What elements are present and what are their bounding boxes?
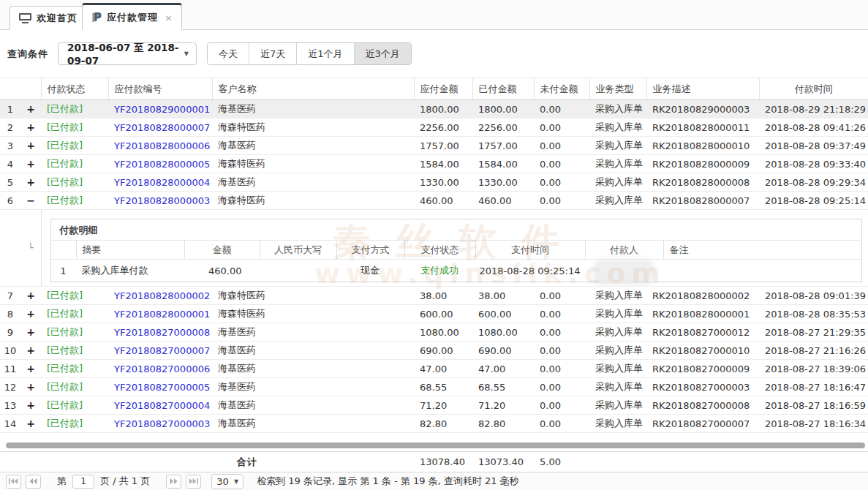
payable-number-link[interactable]: YF20180827000006 (108, 360, 212, 378)
date-range-value: 2018-06-07 至 2018-09-07 (67, 42, 184, 67)
expand-toggle[interactable]: + (20, 378, 41, 396)
table-row[interactable]: 2 + [已付款] YF20180828000007 海森特医药 2256.00… (0, 118, 868, 137)
table-row[interactable]: 8 + [已付款] YF20180828000001 海森特医药 600.00 … (0, 305, 868, 323)
payable-number-link[interactable]: YF20180828000002 (108, 287, 212, 305)
header-unpaid-amount[interactable]: 未付金额 (534, 78, 589, 100)
expand-toggle[interactable]: + (20, 287, 41, 305)
payment-status: [已付款] (41, 378, 108, 396)
first-page-button[interactable] (6, 475, 21, 489)
table-row[interactable]: 13 + [已付款] YF20180827000004 海基医药 71.20 7… (0, 396, 868, 415)
business-type: 采购入库单 (589, 305, 646, 323)
payment-detail-panel: 付款明细 摘要 金额 人民币大写 支付方式 支付状态 支付时间 付款人 备注 1 (50, 219, 863, 282)
unpaid-amount: 0.00 (534, 378, 589, 396)
business-type: 采购入库单 (589, 137, 646, 155)
header-customer-name[interactable]: 客户名称 (212, 78, 414, 100)
expand-toggle[interactable]: + (20, 323, 41, 342)
scrollbar-thumb[interactable] (6, 442, 865, 448)
expand-toggle[interactable]: + (20, 137, 41, 155)
expand-toggle[interactable]: − (20, 192, 41, 210)
table-row[interactable]: 10 + [已付款] YF20180827000007 海基医药 690.00 … (0, 342, 868, 360)
header-business-type[interactable]: 业务类型 (589, 78, 646, 100)
expand-toggle[interactable]: + (20, 173, 41, 192)
detail-status: 支付成功 (404, 264, 475, 277)
last-page-button[interactable] (186, 475, 201, 489)
payable-number-link[interactable]: YF20180829000001 (108, 100, 212, 118)
close-icon[interactable]: × (165, 13, 173, 23)
page-number-input[interactable] (72, 475, 94, 489)
expand-toggle[interactable]: + (20, 155, 41, 173)
payment-time: 2018-08-28 09:01:39 (759, 287, 868, 305)
table-row[interactable]: 9 + [已付款] YF20180827000008 海基医药 1080.00 … (0, 323, 868, 342)
quick-button-1month[interactable]: 近1个月 (296, 43, 353, 64)
header-paid-amount[interactable]: 已付金额 (472, 78, 534, 100)
table-row[interactable]: 1 + [已付款] YF20180829000001 海基医药 1800.00 … (0, 100, 868, 118)
payable-amount: 47.00 (414, 360, 472, 378)
table-row[interactable]: 14 + [已付款] YF20180827000003 海基医药 82.80 8… (0, 415, 868, 433)
table-row[interactable]: 12 + [已付款] YF20180827000005 海基医药 68.55 6… (0, 378, 868, 396)
payment-time: 2018-08-28 09:25:14 (759, 192, 868, 210)
business-desc: RK20180827000012 (646, 323, 759, 342)
payable-number-link[interactable]: YF20180827000003 (108, 415, 212, 433)
payable-number-link[interactable]: YF20180827000004 (108, 396, 212, 415)
customer-name: 海基医药 (212, 323, 414, 342)
payable-number-link[interactable]: YF20180827000005 (108, 378, 212, 396)
table-row[interactable]: 11 + [已付款] YF20180827000006 海基医药 47.00 4… (0, 360, 868, 378)
tab-payables-management[interactable]: PP 应付款管理 × (82, 3, 182, 30)
quick-button-today[interactable]: 今天 (208, 43, 249, 64)
table-row[interactable]: 4 + [已付款] YF20180828000005 海森特医药 1584.00… (0, 155, 868, 173)
payable-number-link[interactable]: YF20180828000003 (108, 192, 212, 210)
unpaid-amount: 0.00 (534, 287, 589, 305)
chevron-down-icon: ▼ (184, 50, 189, 57)
payable-number-link[interactable]: YF20180827000008 (108, 323, 212, 342)
payable-number-link[interactable]: YF20180828000006 (108, 137, 212, 155)
prev-page-button[interactable] (26, 475, 41, 489)
table-row[interactable]: 6 − [已付款] YF20180828000003 海森特医药 460.00 … (0, 192, 868, 210)
clipped-row (0, 433, 868, 440)
customer-name: 海基医药 (212, 378, 414, 396)
row-index: 7 (0, 287, 20, 305)
expand-toggle[interactable]: + (20, 396, 41, 415)
row-index: 1 (0, 100, 20, 118)
business-type: 采购入库单 (589, 173, 646, 192)
header-business-desc[interactable]: 业务描述 (646, 78, 759, 100)
header-payable-number[interactable]: 应付款编号 (108, 78, 212, 100)
quick-button-3months[interactable]: 近3个月 (354, 43, 411, 64)
next-page-button[interactable] (166, 475, 181, 489)
detail-header-status: 支付状态 (404, 241, 475, 259)
expand-toggle[interactable]: + (20, 305, 41, 323)
payable-number-link[interactable]: YF20180828000004 (108, 173, 212, 192)
expand-toggle[interactable]: + (20, 342, 41, 360)
paid-amount: 600.00 (472, 305, 534, 323)
table-row[interactable]: 5 + [已付款] YF20180828000004 海基医药 1330.00 … (0, 173, 868, 192)
totals-row: 合计 13078.40 13073.40 5.00 (0, 451, 868, 472)
expand-toggle[interactable]: + (20, 415, 41, 433)
date-range-dropdown[interactable]: 2018-06-07 至 2018-09-07 ▼ (58, 42, 197, 65)
tab-label: 欢迎首页 (37, 12, 78, 25)
quick-button-7days[interactable]: 近7天 (249, 43, 296, 64)
table-row[interactable]: 7 + [已付款] YF20180828000002 海森特医药 38.00 3… (0, 287, 868, 305)
expand-toggle[interactable]: + (20, 360, 41, 378)
header-payment-status[interactable]: 付款状态 (41, 78, 108, 100)
header-payable-amount[interactable]: 应付金额 (414, 78, 472, 100)
unpaid-amount: 0.00 (534, 305, 589, 323)
payable-number-link[interactable]: YF20180828000007 (108, 118, 212, 137)
payable-amount: 71.20 (414, 396, 472, 415)
page-size-select[interactable]: 30 ▼ (211, 474, 244, 489)
expand-toggle[interactable]: + (20, 100, 41, 118)
tab-bar: 欢迎首页 PP 应付款管理 × (0, 0, 868, 30)
payment-time: 2018-08-28 09:41:26 (759, 118, 868, 137)
payable-number-link[interactable]: YF20180828000001 (108, 305, 212, 323)
unpaid-amount: 0.00 (534, 396, 589, 415)
payable-number-link[interactable]: YF20180828000005 (108, 155, 212, 173)
chevron-down-icon: ▼ (234, 478, 238, 485)
tab-welcome-home[interactable]: 欢迎首页 (10, 6, 87, 30)
total-label: 合计 (212, 452, 414, 472)
expand-toggle[interactable]: + (20, 118, 41, 137)
total-unpaid: 5.00 (534, 452, 589, 472)
header-payment-time[interactable]: 付款时间 (759, 78, 868, 100)
payable-number-link[interactable]: YF20180827000007 (108, 342, 212, 360)
table-row[interactable]: 3 + [已付款] YF20180828000006 海基医药 1757.00 … (0, 137, 868, 155)
payment-time: 2018-08-28 08:35:53 (759, 305, 868, 323)
payable-amount: 1330.00 (414, 173, 472, 192)
row-index: 10 (0, 342, 20, 360)
